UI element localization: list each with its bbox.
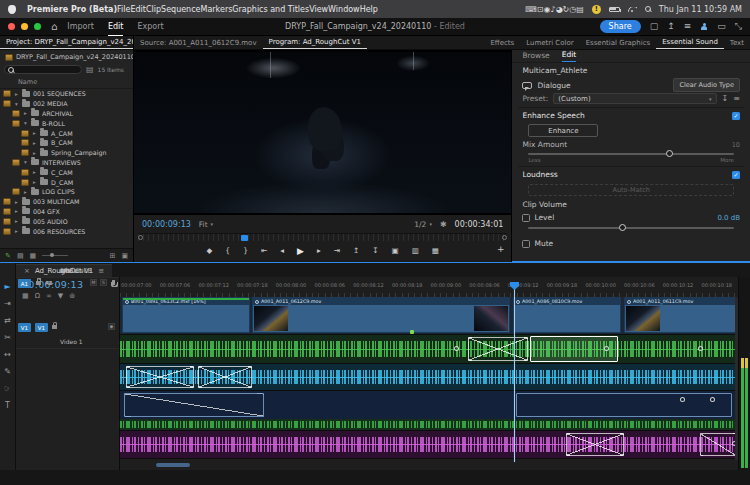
level-knob[interactable] (619, 224, 626, 231)
name-column-header[interactable]: Name (0, 75, 133, 89)
record-status-icon[interactable]: ◉ (544, 5, 551, 14)
bin-row[interactable]: ▾ B-ROLL (0, 118, 133, 128)
close-window-button[interactable] (8, 23, 15, 30)
track-name[interactable]: Video 1 (60, 338, 83, 345)
step-forward-button[interactable]: ▸ (317, 246, 321, 255)
menu-item[interactable]: Markers (201, 5, 233, 14)
loudness-checkbox[interactable]: ✓ (732, 171, 740, 179)
display-status-icon[interactable]: ⊡ (537, 5, 544, 14)
scrollbar-thumb[interactable] (156, 463, 190, 467)
disclosure-arrow-icon[interactable]: ▸ (14, 91, 19, 97)
bin-row[interactable]: ▸ ARCHIVAL (0, 109, 133, 119)
audio-crossfade[interactable] (468, 337, 528, 361)
snap-icon[interactable]: Ω (35, 292, 40, 300)
hand-tool[interactable]: ☞ (4, 385, 11, 393)
wifi-icon[interactable] (628, 7, 637, 12)
essential-sound-subtab[interactable]: Edit (562, 50, 577, 62)
disclosure-arrow-icon[interactable]: ▸ (32, 169, 37, 175)
mix-amount-slider[interactable] (528, 153, 734, 155)
keyframe-badge-icon[interactable] (604, 346, 609, 351)
bin-row[interactable]: ▸ B_CAM (0, 138, 133, 148)
source-patch-v1[interactable]: V1 (18, 323, 31, 332)
add-marker-button[interactable]: ◆ (207, 246, 213, 255)
ripple-edit-tool[interactable]: ⇄ (4, 317, 11, 325)
menu-item[interactable]: Graphics and Titles (232, 5, 309, 14)
bin-row[interactable]: ▸ 003 MULTICAM (0, 197, 133, 207)
timeline-ruler[interactable]: 00:00:07:0000:00:07:0600:00:07:1200:00:0… (120, 279, 738, 297)
comparison-view-button[interactable]: ▥ (412, 246, 419, 255)
panel-tab[interactable]: Effects (484, 37, 520, 49)
export-frame-button[interactable]: ▣ (392, 246, 399, 255)
header-tab[interactable]: Edit (108, 18, 124, 36)
icon-view-icon[interactable]: ▦ (30, 252, 37, 260)
disclosure-arrow-icon[interactable]: ▸ (23, 110, 28, 116)
mark-in-button[interactable]: { (225, 246, 230, 255)
button-editor-button[interactable]: + (497, 244, 505, 254)
video-track-header[interactable]: V1 V1 Video 1 ◉ (16, 321, 119, 349)
lift-button[interactable]: ↥ (353, 246, 359, 255)
bin-row[interactable]: ▸ LOG CLIPS (0, 187, 133, 197)
step-back-button[interactable]: ◂ (280, 246, 284, 255)
current-timecode[interactable]: 00:00:09:13 (142, 220, 191, 229)
track-name[interactable]: MUSIC (60, 267, 79, 274)
linked-selection-icon[interactable]: ∞ (46, 292, 52, 300)
track-select-tool[interactable]: ⇥ (4, 300, 11, 308)
bin-row[interactable]: ▸ 005 AUDIO (0, 216, 133, 226)
disclosure-arrow-icon[interactable]: ▸ (32, 130, 37, 136)
zoom-level-select[interactable]: Fit▾ (199, 220, 213, 229)
close-sequence-icon[interactable]: × (24, 267, 30, 275)
disclosure-arrow-icon[interactable]: ▸ (32, 179, 37, 185)
go-to-in-button[interactable]: ⇤ (261, 246, 267, 255)
go-to-out-button[interactable]: ⇥ (334, 246, 340, 255)
bin-row[interactable]: ▸ D_CAM (0, 177, 133, 187)
menu-item[interactable]: View (309, 5, 328, 14)
bin-row[interactable]: ▾ INTERVIEWS (0, 158, 133, 168)
quick-export-icon[interactable]: ↥ (667, 22, 675, 31)
track-output-toggle[interactable]: ◉ (108, 323, 115, 330)
disclosure-arrow-icon[interactable]: ▾ (23, 159, 28, 165)
menu-item[interactable]: Window (328, 5, 360, 14)
sequence-settings-icon[interactable]: ▦ (22, 292, 29, 300)
bin-row[interactable]: ▸ 004 GFX (0, 207, 133, 217)
control-center-icon[interactable]: ▤ (576, 5, 584, 14)
enhance-button[interactable]: Enhance (528, 124, 598, 137)
feedback-icon[interactable]: ▭ (717, 22, 726, 31)
panel-tab[interactable]: Lumetri Color (520, 37, 579, 49)
menu-item[interactable]: Premiere Pro (Beta) (27, 5, 117, 14)
A001_A011_0612C9.mov[interactable]: A001_A011_0612C9.mov (252, 297, 510, 333)
menubar-clock[interactable]: Thu Jan 11 10:59 AM (659, 5, 742, 14)
menu-item[interactable]: Edit (130, 5, 146, 14)
sfx-audio-lane[interactable] (120, 364, 738, 391)
mark-out-button[interactable]: } (243, 246, 248, 255)
program-video-area[interactable] (134, 50, 511, 215)
disclosure-arrow-icon[interactable]: ▸ (14, 218, 19, 224)
clip-marker[interactable] (410, 330, 414, 334)
new-bin-icon[interactable]: ⊞ (110, 252, 116, 260)
monitor-scrubber[interactable] (138, 233, 507, 241)
bin-row[interactable]: ▾ 002 MEDIA (0, 99, 133, 109)
filter-icon[interactable]: ▤ (86, 66, 94, 74)
spotlight-search-icon[interactable] (645, 6, 651, 12)
home-icon[interactable]: ⌂ (51, 21, 57, 32)
monitor-settings-icon[interactable]: ✱ (440, 220, 447, 229)
zoom-window-button[interactable] (34, 23, 41, 30)
track-target-v1[interactable]: V1 (35, 323, 48, 332)
fade-out[interactable] (700, 433, 736, 456)
mute-checkbox[interactable] (522, 240, 530, 248)
keyframe-badge-icon[interactable] (680, 397, 685, 402)
level-checkbox[interactable] (522, 214, 530, 222)
thumbnail-zoom-slider[interactable] (42, 255, 68, 256)
pen-tool[interactable]: ✎ (4, 368, 11, 376)
bin-row[interactable]: ▸ 001 SEQUENCES (0, 89, 133, 99)
header-tab[interactable]: Import (67, 18, 94, 36)
menu-item[interactable]: Clip (146, 5, 161, 14)
add-marker-icon[interactable]: ▼ (58, 292, 63, 300)
list-view-icon[interactable]: ▤ (17, 252, 24, 260)
voiceover-record-icon[interactable] (112, 280, 115, 285)
search-input[interactable] (4, 65, 82, 74)
mix-amount-value[interactable]: 10 (732, 141, 740, 149)
A001_A011_0611C9.mov[interactable]: A001_A011_0611C9.mov (624, 297, 736, 333)
project-panel-tab[interactable]: Project: DRYP_Fall_Campaign_v24_20240110 (0, 36, 133, 49)
timeline-timecode[interactable]: 00:00:09:13 (22, 279, 83, 290)
enhance-speech-checkbox[interactable]: ✓ (732, 112, 740, 120)
